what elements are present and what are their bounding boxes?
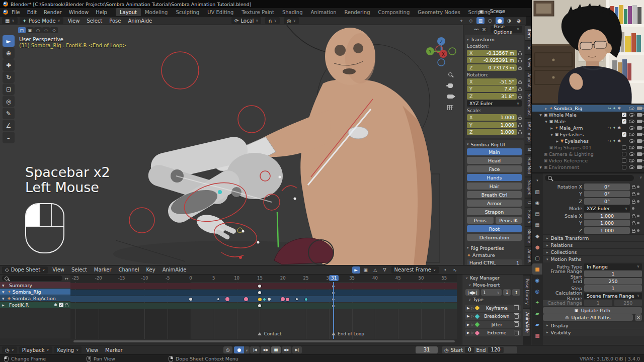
props-tab-view-layer[interactable]: ▦ <box>532 219 542 230</box>
props-tab-tool[interactable]: ▧ <box>532 186 542 197</box>
sidebar-tab[interactable]: Animat <box>525 71 531 90</box>
rotation-field[interactable]: X-51.5° <box>467 78 517 85</box>
select-outline-icon[interactable]: ▷ <box>471 306 473 310</box>
pose-options-dropdown[interactable]: Pose Options∨ <box>491 26 522 33</box>
channel-row[interactable]: ▼ Summary ✱✓ <box>0 282 70 288</box>
rotation-field[interactable]: Y7.4° <box>467 85 517 92</box>
props-tab-physics[interactable]: ◉ <box>532 275 542 286</box>
props-tab-object[interactable]: ■ <box>532 263 542 275</box>
sidebar-tab[interactable]: Fuse S <box>525 208 531 226</box>
rotation-mode-dropdown[interactable]: XYZ Euler∨ <box>467 100 522 107</box>
properties-editor-type-icon[interactable]: ▾ <box>532 175 542 186</box>
lock-icon[interactable] <box>632 201 635 204</box>
expander-icon[interactable]: ▼ <box>2 284 6 287</box>
hide-eye-icon[interactable] <box>629 146 634 149</box>
lock-icon[interactable] <box>632 223 635 225</box>
rig-layer-button[interactable]: Root <box>467 225 522 232</box>
menu-item[interactable]: Window <box>65 9 92 16</box>
workspace-tab[interactable]: Rendering <box>340 8 374 16</box>
lock-icon[interactable] <box>518 132 522 134</box>
select-outline-icon[interactable]: ▷ <box>471 314 473 318</box>
workspace-tab[interactable]: UV Editing <box>203 8 237 16</box>
calc-range-dropdown[interactable]: Scene Frame Range∨ <box>584 293 642 299</box>
rig-layer-button[interactable]: Hair <box>467 183 522 190</box>
expander-icon[interactable]: ▶ <box>544 107 548 110</box>
hide-eye-icon[interactable] <box>629 159 634 162</box>
outliner-row[interactable]: ▶ ▼ Eyelashes ↪✦✱ <box>532 138 644 144</box>
snap-mode-dropdown[interactable]: Nearest Frame∨ <box>391 266 439 274</box>
rig-layer-button[interactable]: Breath Ctrl <box>467 191 522 198</box>
auto-key-record-button[interactable] <box>234 346 244 353</box>
key-type-row[interactable]: ▶ ▷ Jitter <box>465 321 521 328</box>
workspace-tab[interactable]: Compositing <box>374 8 414 16</box>
channel-search-input[interactable] <box>2 276 62 281</box>
properties-section-header[interactable]: ▸Display <box>543 322 644 329</box>
proportional-edit-dropdown[interactable]: ◎∨ <box>284 17 299 24</box>
keyframe-dot[interactable] <box>217 298 219 300</box>
properties-filter-caret[interactable]: ∨ <box>639 175 642 179</box>
sidebar-tab[interactable]: Item <box>525 26 531 40</box>
location-field[interactable]: X-0.13567 m <box>467 50 517 56</box>
select-box-button[interactable]: ▣ <box>26 27 34 33</box>
scale-field[interactable]: X1.000 <box>467 114 517 121</box>
lock-icon[interactable] <box>518 53 522 55</box>
rig-layer-button[interactable]: Face <box>467 165 522 172</box>
transform-orientation-dropdown[interactable]: ⟳Local∨ <box>231 17 261 24</box>
lock-icon[interactable] <box>518 96 522 99</box>
dopesheet-menu-item[interactable]: View <box>49 267 68 273</box>
expander-icon[interactable]: ▶ <box>549 126 554 130</box>
dopesheet-menu-item[interactable]: Key <box>142 267 158 273</box>
exclude-checkbox[interactable] <box>622 152 626 156</box>
expander-icon[interactable]: ▼ <box>549 133 554 136</box>
filter-icon[interactable]: ∇ <box>381 266 389 274</box>
animate-dot[interactable] <box>637 193 639 195</box>
outliner-row[interactable]: ▶ ✦ Sombra_Rig ↪✦✱ <box>532 105 644 112</box>
zoom-view-button[interactable] <box>445 69 456 79</box>
exclude-checkbox[interactable] <box>622 132 626 137</box>
expander-icon[interactable]: ▼ <box>544 120 548 123</box>
lock-icon[interactable] <box>518 125 522 127</box>
delete-icon[interactable] <box>515 322 519 327</box>
props-tab-constraints[interactable]: ◎ <box>532 286 542 297</box>
playhead-line[interactable] <box>333 282 334 339</box>
animate-dot[interactable] <box>637 222 639 224</box>
delete-icon[interactable] <box>515 306 519 310</box>
rig-layer-button[interactable]: Head <box>467 157 522 164</box>
exclude-checkbox[interactable] <box>622 113 626 117</box>
viewport-menu-item[interactable]: View <box>64 18 84 24</box>
expander-icon[interactable]: ▼ <box>2 297 6 300</box>
outliner-row[interactable]: ▼ ▣ Whole Male ↪✦✱ <box>532 112 644 118</box>
animate-dot[interactable] <box>637 186 639 188</box>
rotation-field[interactable]: Z31.8° <box>467 93 517 100</box>
disable-render-icon[interactable] <box>637 113 642 117</box>
lock-icon[interactable] <box>632 187 635 189</box>
hide-eye-icon[interactable] <box>629 120 634 123</box>
select-filled-icon[interactable]: ▶ <box>467 314 469 318</box>
select-tweak-button[interactable]: ▢ <box>18 27 26 33</box>
current-frame-field[interactable]: 31 <box>416 346 438 353</box>
lock-icon[interactable] <box>518 67 522 70</box>
timeline-editor-dropdown[interactable]: ◷∨ <box>2 346 17 353</box>
transport-button[interactable]: |◀ <box>250 346 260 353</box>
keyframe-dot[interactable] <box>258 298 262 301</box>
viewport-menu-item[interactable]: Pose <box>106 18 124 24</box>
update-path-button[interactable]: ▣Update Path <box>543 307 642 314</box>
outliner-row[interactable]: ▣ Video Reference ↪✦✱ <box>532 157 644 164</box>
falloff-icon[interactable]: ∿ <box>451 266 459 274</box>
exclude-checkbox[interactable] <box>622 145 626 150</box>
transport-button[interactable]: ▶| <box>292 346 302 353</box>
channel-row[interactable]: ▶ FootIK.R ✱✓ <box>0 302 70 308</box>
playback-dropdown[interactable]: Playback∨ <box>19 346 52 353</box>
workspace-tab[interactable]: Geometry Nodes <box>414 8 464 16</box>
hide-eye-icon[interactable] <box>629 113 634 117</box>
outliner-row[interactable]: ▣ Camera & Lighting ↪✦✱ <box>532 151 644 157</box>
keyframe-dot[interactable] <box>305 298 307 301</box>
select-outline-icon[interactable]: ▷ <box>471 331 473 335</box>
channel-row[interactable]: ▼ ✦ Sombra_Rig ✱✓ <box>0 289 70 295</box>
expander-icon[interactable]: ▶ <box>2 303 6 307</box>
tool-button[interactable]: ✚ <box>3 59 15 71</box>
proportional-edit-icon[interactable]: • <box>441 266 449 274</box>
disable-render-icon[interactable] <box>637 133 642 136</box>
key-type-row[interactable]: ▶ ▷ Keyframe <box>465 305 521 312</box>
keyframe-dot[interactable] <box>286 298 289 301</box>
